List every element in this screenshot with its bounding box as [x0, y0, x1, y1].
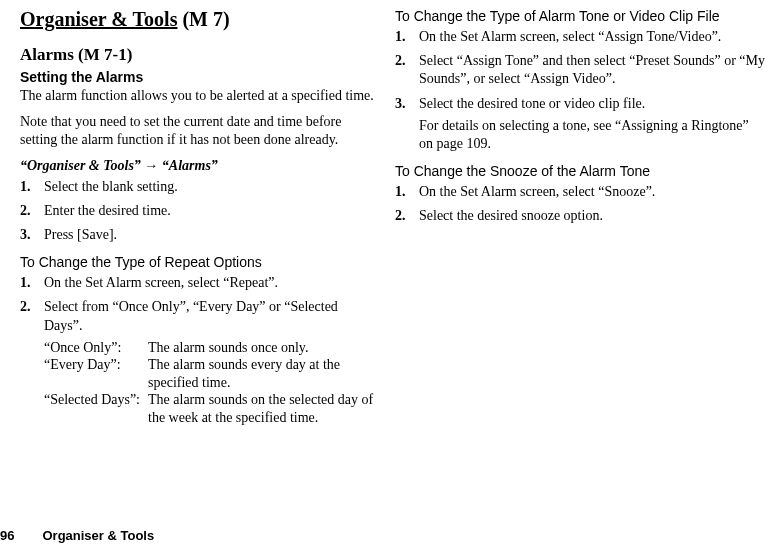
step-body: Select the desired tone or video clip fi… — [419, 95, 765, 154]
step-body: Select from “Once Only”, “Every Day” or … — [44, 298, 375, 426]
left-column: Organiser & Tools (M 7) Alarms (M 7-1) S… — [20, 8, 375, 432]
step-number: 3. — [20, 226, 44, 244]
table-row: “Selected Days”: The alarm sounds on the… — [44, 391, 375, 426]
footer: 96 Organiser & Tools — [0, 528, 154, 543]
step-text: Select the desired tone or video clip fi… — [419, 96, 645, 111]
step-text: Enter the desired time. — [44, 202, 375, 220]
page-title: Organiser & Tools (M 7) — [20, 8, 375, 31]
step-number: 2. — [395, 207, 419, 225]
section-alarms: Alarms (M 7-1) — [20, 45, 375, 65]
intro-paragraph-1: The alarm function allows you to be aler… — [20, 87, 375, 105]
step-number: 1. — [20, 178, 44, 196]
menu-path-part-b: “Alarms” — [162, 158, 218, 173]
step-number: 1. — [20, 274, 44, 292]
step-number: 2. — [20, 202, 44, 220]
snooze-steps-list: 1.On the Set Alarm screen, select “Snooz… — [395, 183, 765, 225]
menu-path: “Organiser & Tools” → “Alarms” — [20, 158, 375, 174]
step-number: 3. — [395, 95, 419, 154]
list-item: 1.Select the blank setting. — [20, 178, 375, 196]
option-label: “Once Only”: — [44, 339, 148, 357]
step-text: Select from “Once Only”, “Every Day” or … — [44, 299, 338, 332]
option-description: The alarm sounds every day at the specif… — [148, 356, 375, 391]
title-code: (M 7) — [177, 8, 229, 30]
list-item: 1.On the Set Alarm screen, select “Assig… — [395, 28, 765, 46]
repeat-options-table: “Once Only”: The alarm sounds once only.… — [44, 339, 375, 427]
step-text: Press [Save]. — [44, 226, 375, 244]
list-item: 2.Enter the desired time. — [20, 202, 375, 220]
step-number: 2. — [20, 298, 44, 426]
list-item: 3.Press [Save]. — [20, 226, 375, 244]
footer-title: Organiser & Tools — [42, 528, 154, 543]
setting-steps-list: 1.Select the blank setting. 2.Enter the … — [20, 178, 375, 245]
step-number: 2. — [395, 52, 419, 88]
step-text: On the Set Alarm screen, select “Repeat”… — [44, 274, 375, 292]
option-description: The alarm sounds on the selected day of … — [148, 391, 375, 426]
option-label: “Selected Days”: — [44, 391, 148, 426]
heading-setting-alarms: Setting the Alarms — [20, 69, 375, 85]
step-text: Select the desired snooze option. — [419, 207, 765, 225]
step-number: 1. — [395, 183, 419, 201]
repeat-steps-list: 1.On the Set Alarm screen, select “Repea… — [20, 274, 375, 426]
tone-steps-list: 1.On the Set Alarm screen, select “Assig… — [395, 28, 765, 153]
title-main: Organiser & Tools — [20, 8, 177, 30]
list-item: 2.Select “Assign Tone” and then select “… — [395, 52, 765, 88]
step-number: 1. — [395, 28, 419, 46]
heading-snooze: To Change the Snooze of the Alarm Tone — [395, 163, 765, 179]
menu-path-part-a: “Organiser & Tools” — [20, 158, 141, 173]
step-text: Select “Assign Tone” and then select “Pr… — [419, 52, 765, 88]
list-item: 1.On the Set Alarm screen, select “Snooz… — [395, 183, 765, 201]
step-sub-text: For details on selecting a tone, see “As… — [419, 117, 765, 153]
arrow-icon: → — [141, 158, 162, 173]
page-number: 96 — [0, 528, 14, 543]
option-description: The alarm sounds once only. — [148, 339, 375, 357]
right-column: To Change the Type of Alarm Tone or Vide… — [395, 8, 765, 432]
list-item: 2. Select from “Once Only”, “Every Day” … — [20, 298, 375, 426]
step-text: Select the blank setting. — [44, 178, 375, 196]
option-label: “Every Day”: — [44, 356, 148, 391]
list-item: 3. Select the desired tone or video clip… — [395, 95, 765, 154]
step-text: On the Set Alarm screen, select “Snooze”… — [419, 183, 765, 201]
table-row: “Every Day”: The alarm sounds every day … — [44, 356, 375, 391]
list-item: 2.Select the desired snooze option. — [395, 207, 765, 225]
intro-paragraph-2: Note that you need to set the current da… — [20, 113, 375, 149]
heading-tone-video: To Change the Type of Alarm Tone or Vide… — [395, 8, 765, 24]
heading-repeat-options: To Change the Type of Repeat Options — [20, 254, 375, 270]
table-row: “Once Only”: The alarm sounds once only. — [44, 339, 375, 357]
list-item: 1.On the Set Alarm screen, select “Repea… — [20, 274, 375, 292]
step-text: On the Set Alarm screen, select “Assign … — [419, 28, 765, 46]
